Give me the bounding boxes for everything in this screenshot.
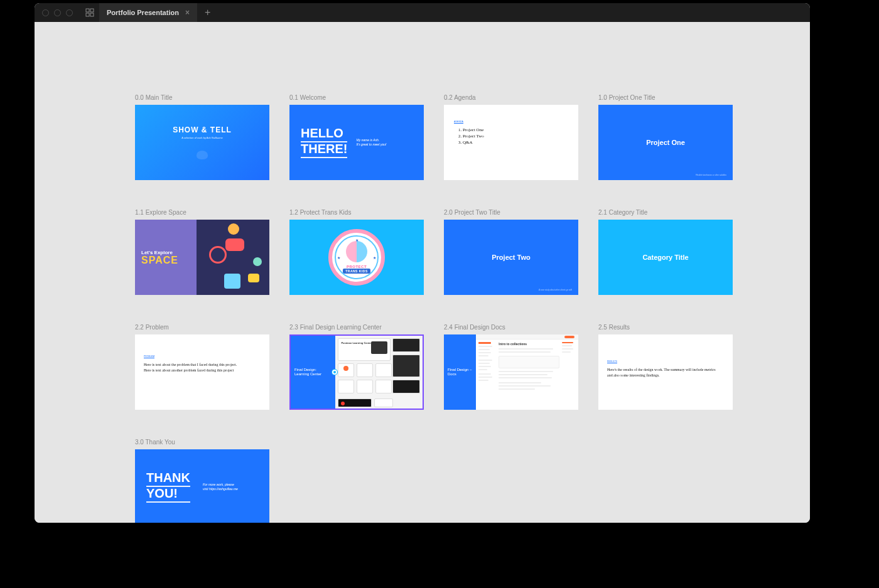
frame-0-1: 0.1 Welcome HELLO THERE! My name is Ash.… bbox=[289, 94, 424, 180]
frame-2-5: 2.5 Results RESULTS Here's the results o… bbox=[598, 324, 733, 410]
frame-2-4: 2.4 Final Design Docs Final Design – Doc… bbox=[444, 324, 578, 410]
new-tab-button[interactable]: + bbox=[197, 7, 218, 18]
thanks-sub1: For more work, please bbox=[203, 483, 238, 487]
thanks-sub2: visit https://ashguillau.me bbox=[203, 487, 238, 491]
slide-title: SHOW & TELL bbox=[173, 126, 232, 134]
results-body: Here's the results of the design work. T… bbox=[607, 367, 720, 378]
space-illustration bbox=[197, 220, 269, 295]
frame-2-3: 2.3 Final Design Learning Center Final D… bbox=[289, 324, 424, 410]
agenda-item: Q&A bbox=[463, 140, 568, 145]
frame-label[interactable]: 2.5 Results bbox=[598, 324, 733, 331]
maximize-window-icon[interactable] bbox=[66, 9, 73, 16]
slide-project-two-title[interactable]: Project Two A case study about when clie… bbox=[444, 220, 578, 295]
titlebar: Portfolio Presentation × + bbox=[35, 3, 810, 22]
doc-title: Intro to collections bbox=[499, 342, 559, 346]
slide-thank-you[interactable]: THANK YOU! For more work, please visit h… bbox=[135, 449, 269, 523]
frame-2-2: 2.2 Problem PROBLEM Here is text about t… bbox=[135, 324, 269, 410]
slide-explore-space[interactable]: Let's Explore SPACE bbox=[135, 220, 269, 295]
slide-final-design-learning-center[interactable]: Final Design: Learning Center Postman Le… bbox=[289, 334, 424, 410]
tab-portfolio-presentation[interactable]: Portfolio Presentation × bbox=[99, 3, 197, 22]
hello-sub1: My name is Ash. bbox=[356, 138, 386, 142]
hello-line1: HELLO bbox=[301, 127, 347, 142]
frame-label[interactable]: 0.2 Agenda bbox=[444, 94, 578, 101]
mockup-area: Intro to collections bbox=[476, 334, 578, 410]
slide-project-one-title[interactable]: Project One Flexible timeframes or other… bbox=[598, 105, 733, 180]
frames-grid: 0.0 Main Title SHOW & TELL A selection o… bbox=[35, 22, 810, 523]
slide-main-title[interactable]: SHOW & TELL A selection of work by Ash G… bbox=[135, 105, 269, 180]
app-window: Portfolio Presentation × + 0.0 Main Titl… bbox=[35, 3, 810, 523]
agenda-item: Project Two bbox=[463, 134, 568, 139]
grid-view-icon[interactable] bbox=[80, 8, 99, 17]
frame-label[interactable]: 2.3 Final Design Learning Center bbox=[289, 324, 424, 331]
frame-0-2: 0.2 Agenda AGENDA Project One Project Tw… bbox=[444, 94, 578, 180]
frame-label[interactable]: 1.1 Explore Space bbox=[135, 209, 269, 216]
frame-2-0: 2.0 Project Two Title Project Two A case… bbox=[444, 209, 578, 295]
project-title: Project Two bbox=[492, 254, 531, 261]
slide-problem[interactable]: PROBLEM Here is text about the problem t… bbox=[135, 334, 269, 410]
mockup-area: Postman Learning Center bbox=[335, 336, 423, 409]
badge-icon: ★★★ PROTECT TRANS KIDS bbox=[328, 229, 385, 286]
category-title: Category Title bbox=[642, 254, 688, 261]
slide-final-design-docs[interactable]: Final Design – Docs bbox=[444, 334, 578, 410]
agenda-list: Project One Project Two Q&A bbox=[454, 127, 568, 145]
svg-rect-0 bbox=[86, 9, 89, 12]
agenda-item: Project One bbox=[463, 127, 568, 132]
slide-welcome[interactable]: HELLO THERE! My name is Ash. It's great … bbox=[289, 105, 424, 180]
slide-agenda[interactable]: AGENDA Project One Project Two Q&A bbox=[444, 105, 578, 180]
frame-label[interactable]: 2.4 Final Design Docs bbox=[444, 324, 578, 331]
selection-handle-icon[interactable] bbox=[332, 370, 337, 375]
thanks-line2: YOU! bbox=[146, 487, 190, 503]
frame-1-2: 1.2 Protect Trans Kids ★★★ PROTECT TRANS… bbox=[289, 209, 424, 295]
slide-results[interactable]: RESULTS Here's the results of the design… bbox=[598, 334, 733, 410]
frame-0-0: 0.0 Main Title SHOW & TELL A selection o… bbox=[135, 94, 269, 180]
thanks-line1: THANK bbox=[146, 471, 190, 487]
slide-subtitle: A selection of work by Ash Guillaume bbox=[181, 136, 223, 139]
problem-body: Here is text about the problem that I fa… bbox=[144, 362, 244, 373]
space-line2: SPACE bbox=[141, 255, 197, 265]
avatar-icon bbox=[197, 151, 208, 159]
frame-label[interactable]: 1.2 Protect Trans Kids bbox=[289, 209, 424, 216]
tab-title: Portfolio Presentation bbox=[107, 9, 179, 16]
svg-rect-1 bbox=[90, 9, 94, 12]
frame-3-0: 3.0 Thank You THANK YOU! For more work, … bbox=[135, 439, 269, 523]
project-footer: A case study about when clients go wild bbox=[539, 289, 572, 291]
minimize-window-icon[interactable] bbox=[54, 9, 61, 16]
close-window-icon[interactable] bbox=[42, 9, 49, 16]
frame-label[interactable]: 0.0 Main Title bbox=[135, 94, 269, 101]
problem-header: PROBLEM bbox=[144, 355, 154, 358]
frame-label[interactable]: 0.1 Welcome bbox=[289, 94, 424, 101]
hello-line2: THERE! bbox=[301, 142, 347, 158]
frame-2-1: 2.1 Category Title Category Title bbox=[598, 209, 733, 295]
panel-caption: Final Design: Learning Center bbox=[294, 368, 332, 377]
slide-protect-trans-kids[interactable]: ★★★ PROTECT TRANS KIDS bbox=[289, 220, 424, 295]
results-header: RESULTS bbox=[607, 360, 617, 363]
agenda-header: AGENDA bbox=[454, 120, 463, 124]
panel-caption: Final Design – Docs bbox=[448, 368, 472, 377]
hello-sub2: It's great to meet you! bbox=[356, 142, 386, 147]
frame-label[interactable]: 2.1 Category Title bbox=[598, 209, 733, 216]
canvas[interactable]: 0.0 Main Title SHOW & TELL A selection o… bbox=[35, 22, 810, 523]
slide-category-title[interactable]: Category Title bbox=[598, 220, 733, 295]
close-tab-icon[interactable]: × bbox=[185, 8, 190, 17]
window-controls bbox=[35, 9, 80, 16]
frame-label[interactable]: 2.0 Project Two Title bbox=[444, 209, 578, 216]
svg-rect-3 bbox=[90, 13, 94, 16]
project-footer: Flexible timeframes or other subtitles bbox=[696, 174, 726, 176]
svg-rect-2 bbox=[86, 13, 89, 16]
frame-label[interactable]: 1.0 Project One Title bbox=[598, 94, 733, 101]
frame-label[interactable]: 2.2 Problem bbox=[135, 324, 269, 331]
frame-label[interactable]: 3.0 Thank You bbox=[135, 439, 269, 446]
frame-1-1: 1.1 Explore Space Let's Explore SPACE bbox=[135, 209, 269, 295]
project-title: Project One bbox=[646, 139, 685, 146]
frame-1-0: 1.0 Project One Title Project One Flexib… bbox=[598, 94, 733, 180]
